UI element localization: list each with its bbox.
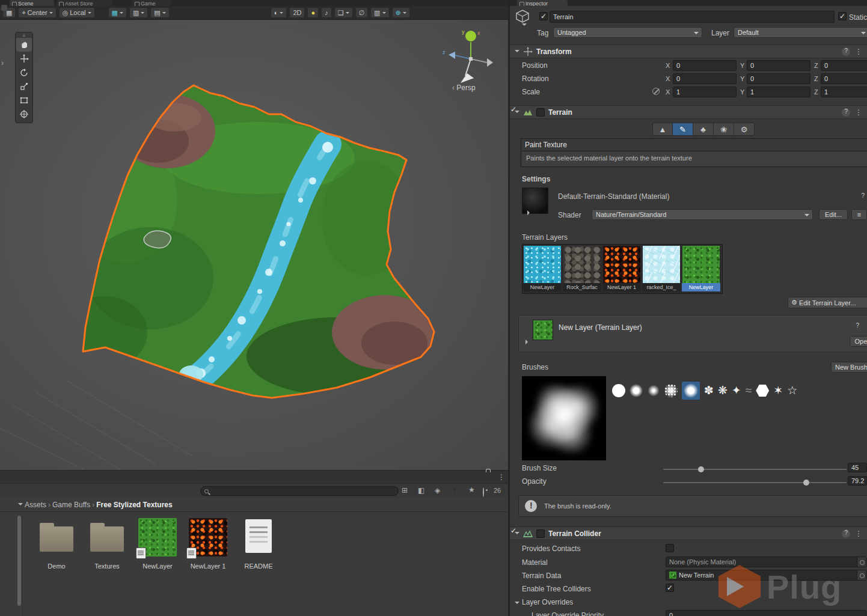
terrain-settings-tool[interactable]: ⚙	[734, 123, 755, 136]
opacity-slider-handle[interactable]	[803, 480, 809, 486]
gameobject-enabled-checkbox[interactable]	[539, 12, 548, 20]
brush-solid-circle[interactable]	[612, 384, 625, 397]
transform-header[interactable]: Transform ⋮	[510, 44, 867, 58]
terrain-layer-ice[interactable]: racked_Ice_	[642, 245, 681, 292]
project-scrollbar[interactable]	[17, 516, 21, 606]
pivot-mode-dropdown[interactable]: ⌖Center	[18, 7, 56, 18]
camera-settings-dropdown[interactable]: ▥	[370, 7, 389, 18]
brush-selected-cloud[interactable]	[682, 382, 700, 400]
gameobject-cube-icon[interactable]	[515, 9, 530, 23]
scale-z-field[interactable]: 1	[821, 87, 867, 97]
tab-inspector[interactable]: Inspector	[517, 0, 568, 6]
brush-mottled-circle[interactable]	[664, 384, 678, 397]
scale-y-field[interactable]: 1	[747, 87, 810, 97]
terrain-data-object-field[interactable]: New Terrain	[666, 570, 866, 581]
create-neighbor-terrains-tool[interactable]: ▲	[652, 123, 673, 136]
brush-softer-circle[interactable]	[647, 384, 660, 397]
brush-preview[interactable]	[522, 376, 606, 460]
rotate-tool[interactable]	[16, 66, 32, 79]
move-tool[interactable]	[16, 52, 32, 66]
terrain-layer-lava[interactable]: NewLayer 1	[602, 245, 642, 292]
paint-tool-dropdown[interactable]: Paint Texture	[521, 139, 867, 151]
visibility-eye-icon[interactable]	[483, 487, 484, 497]
edit-material-button[interactable]: Edit...	[819, 209, 848, 220]
favorite-star-icon[interactable]: ★	[468, 486, 475, 493]
dock-handle-icon[interactable]	[1, 24, 7, 30]
terrain-enabled-checkbox[interactable]	[536, 108, 545, 117]
paint-trees-tool[interactable]: ♣	[693, 123, 714, 136]
shader-dropdown[interactable]: Nature/Terrain/Standard	[592, 209, 813, 220]
brush-star-outline[interactable]: ☆	[787, 385, 797, 397]
brush-soft-circle[interactable]	[630, 384, 643, 397]
tab-game[interactable]: Game	[132, 0, 171, 6]
rotation-z-field[interactable]: 0	[821, 73, 867, 84]
open-new-window-icon[interactable]: ⊞	[402, 487, 408, 494]
opacity-value-field[interactable]: 79.2	[848, 476, 867, 486]
shading-mode-dropdown[interactable]: ◐	[271, 7, 287, 18]
sidebar-expander-icon[interactable]: ›	[1, 59, 4, 67]
tab-asset-store[interactable]: Asset Store	[57, 0, 112, 6]
view-hand-tool[interactable]	[16, 38, 32, 52]
project-search-input[interactable]	[200, 486, 399, 496]
lighting-toggle-button[interactable]: ●	[307, 7, 319, 18]
brush-size-value-field[interactable]: 45	[848, 463, 867, 472]
rotation-x-field[interactable]: 0	[673, 73, 737, 84]
scene-viewport[interactable]: y x z ≡ ‹ Persp	[0, 20, 508, 470]
layer-dropdown[interactable]: Default	[734, 27, 867, 38]
position-x-field[interactable]: 0	[673, 60, 737, 71]
shader-foldout-icon[interactable]	[527, 210, 532, 215]
help-icon[interactable]	[842, 47, 850, 56]
terrain-component-header[interactable]: Terrain ⋮	[510, 105, 867, 119]
paint-details-tool[interactable]: ❀	[714, 123, 734, 136]
prefab-filter-icon[interactable]: ◧	[418, 487, 424, 494]
object-picker-icon[interactable]	[857, 557, 866, 567]
dock-handle-icon[interactable]	[1, 5, 7, 11]
terrain-collider-header[interactable]: Terrain Collider ⋮	[510, 526, 867, 540]
component-editor-tools-dropdown[interactable]: ⊕	[392, 7, 410, 18]
rotation-y-field[interactable]: 0	[747, 73, 810, 84]
constrain-proportions-icon[interactable]	[652, 88, 660, 95]
projection-mode-label[interactable]: ‹ Persp	[452, 84, 476, 92]
open-layer-button[interactable]: Open	[850, 336, 867, 347]
position-y-field[interactable]: 0	[747, 60, 810, 71]
brush-hexagon[interactable]	[756, 385, 769, 397]
tab-scene[interactable]: Scene	[10, 0, 54, 6]
terrain-collider-enabled-checkbox[interactable]	[536, 529, 545, 538]
brush-size-slider-handle[interactable]	[698, 466, 704, 472]
object-picker-icon[interactable]	[857, 570, 866, 580]
breadcrumb-game-buffs[interactable]: Game Buffs	[52, 501, 90, 509]
static-checkbox[interactable]	[838, 12, 847, 20]
enable-tree-colliders-checkbox[interactable]	[666, 584, 674, 592]
breadcrumb-current-folder[interactable]: Free Stylized Textures	[96, 501, 173, 509]
new-brush-button[interactable]: New Brush...	[831, 362, 867, 373]
help-icon[interactable]	[842, 529, 850, 538]
kebab-menu-icon[interactable]: ⋮	[498, 473, 505, 481]
audio-toggle-button[interactable]: ♪	[321, 7, 332, 18]
provides-contacts-checkbox[interactable]	[666, 544, 674, 552]
help-icon[interactable]	[842, 108, 850, 117]
kebab-menu-icon[interactable]: ⋮	[855, 108, 862, 117]
brush-star[interactable]: ✶	[773, 385, 783, 397]
foldout-icon[interactable]	[515, 50, 519, 55]
foldout-icon[interactable]	[525, 340, 530, 344]
snap-increment-button[interactable]: ▤	[150, 7, 169, 18]
rect-tool[interactable]	[16, 93, 32, 107]
brush-size-slider[interactable]	[663, 469, 847, 470]
brush-faint-scratch[interactable]: ≈	[746, 385, 752, 397]
material-preview-thumbnail[interactable]	[522, 188, 548, 214]
2d-toggle-button[interactable]: 2D	[289, 7, 305, 18]
scale-x-field[interactable]: 1	[673, 87, 737, 97]
transform-tool[interactable]	[16, 107, 32, 121]
terrain-layer-water[interactable]: NewLayer	[522, 245, 562, 292]
grid-visibility-dropdown[interactable]: ▥	[129, 7, 148, 18]
physic-material-object-field[interactable]: None (Physic Material)	[666, 557, 866, 567]
terrain-layer-grass-selected[interactable]: NewLayer	[681, 245, 721, 292]
layer-overrides-foldout-icon[interactable]	[515, 602, 519, 606]
breadcrumb-assets[interactable]: Assets	[25, 501, 46, 509]
kebab-menu-icon[interactable]: ⋮	[855, 47, 862, 56]
tag-dropdown[interactable]: Untagged	[553, 27, 702, 38]
grid-snap-dropdown[interactable]: ▦	[108, 7, 127, 18]
label-filter-icon[interactable]: ◈	[435, 487, 440, 494]
edit-terrain-layers-button[interactable]: ⚙Edit Terrain Layer...	[788, 297, 867, 308]
gameobject-icon-caret[interactable]	[522, 23, 527, 28]
